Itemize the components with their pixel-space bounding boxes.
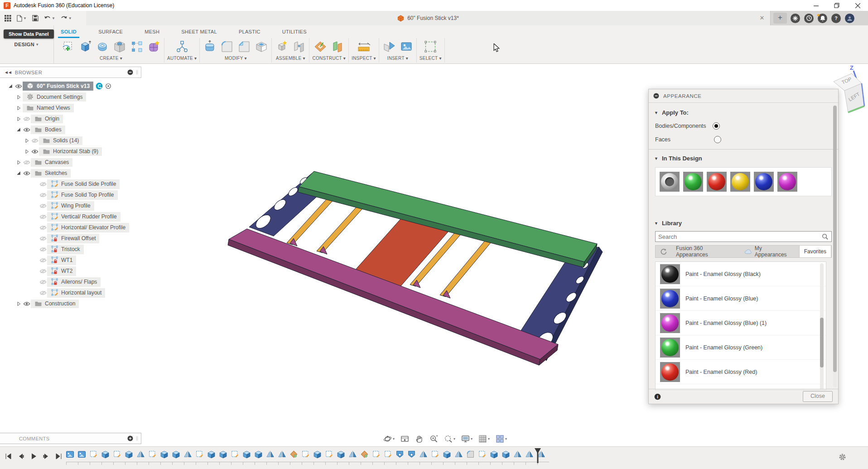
timeline-feature-mirror-icon[interactable]: [514, 450, 521, 458]
timeline-feature-mirror-icon[interactable]: [526, 450, 533, 458]
ribbon-group-label[interactable]: SELECT ▾: [420, 56, 442, 61]
timeline-step-back-button[interactable]: [16, 452, 25, 461]
timeline-feature-combine-icon[interactable]: [290, 450, 298, 458]
ribbon-group-label[interactable]: AUTOMATE ▾: [167, 56, 197, 61]
document-tab[interactable]: 60" Fusion Stick v13* ✕: [86, 11, 771, 25]
tree-row-origin[interactable]: Origin: [0, 113, 141, 124]
ribbon-tab-mesh[interactable]: MESH: [142, 28, 162, 38]
collapsed-arrow-icon[interactable]: [14, 95, 23, 100]
timeline-feature-mirror-icon[interactable]: [137, 450, 145, 458]
redo-icon[interactable]: ▼: [59, 14, 74, 22]
measure-icon[interactable]: [357, 39, 371, 54]
zoom-icon[interactable]: [428, 434, 439, 444]
ribbon-group-label[interactable]: MODIFY ▾: [225, 56, 247, 61]
ribbon-tab-utilities[interactable]: UTILITIES: [280, 28, 309, 38]
timeline-feature-sketch-icon[interactable]: [90, 450, 97, 458]
design-swatch-blue[interactable]: [754, 172, 774, 192]
pan-icon[interactable]: [414, 434, 425, 444]
visibility-eye-off-icon[interactable]: [39, 280, 47, 285]
form-icon[interactable]: [147, 39, 161, 54]
help-icon[interactable]: ?: [831, 14, 841, 23]
timeline-feature-hole-icon[interactable]: [396, 450, 404, 458]
tree-row-firewall-offset[interactable]: Firewall Offset: [0, 233, 141, 244]
timeline-feature-extrude-icon[interactable]: [160, 450, 168, 458]
visibility-eye-off-icon[interactable]: [39, 236, 47, 241]
appearance-dialog-header[interactable]: APPEARANCE: [649, 89, 838, 103]
create-sketch-icon[interactable]: [61, 39, 75, 54]
library-tab-my-appearances[interactable]: My Appearances: [740, 246, 799, 257]
visibility-eye-off-icon[interactable]: [39, 182, 47, 187]
visibility-eye-icon[interactable]: [23, 171, 31, 176]
library-item[interactable]: Paint - Enamel Glossy (Blue) (1): [656, 311, 826, 335]
close-button[interactable]: Close: [803, 391, 833, 402]
timeline-feature-mirror-icon[interactable]: [184, 450, 192, 458]
radio-faces[interactable]: [714, 136, 721, 143]
configure-icon[interactable]: [175, 39, 189, 54]
timeline-feature-sketch-icon[interactable]: [325, 450, 333, 458]
collapsed-arrow-icon[interactable]: [14, 301, 23, 306]
timeline-feature-sketch-icon[interactable]: [113, 450, 121, 458]
timeline-play-button[interactable]: [29, 452, 38, 461]
tab-close-icon[interactable]: ✕: [758, 15, 766, 22]
comments-grip-icon[interactable]: [136, 435, 138, 441]
timeline-skip-end-button[interactable]: [54, 452, 63, 461]
expanded-arrow-icon[interactable]: [6, 84, 14, 88]
refresh-icon[interactable]: [656, 246, 671, 257]
hole-icon[interactable]: [112, 39, 127, 54]
tree-row-horizontal-elevator-profile[interactable]: Horizontal/ Elevator Profile: [0, 222, 141, 233]
timeline-feature-extrude-icon[interactable]: [101, 450, 109, 458]
timeline-feature-mirror-icon[interactable]: [266, 450, 274, 458]
construct-midplane-icon[interactable]: [330, 39, 345, 54]
data-panel-grid-icon[interactable]: [3, 14, 13, 23]
tree-row-wing-profile[interactable]: Wing Profile: [0, 200, 141, 211]
timeline-feature-mirror-icon[interactable]: [278, 450, 286, 458]
new-tab-button[interactable]: +: [773, 13, 787, 24]
browser-remove-icon[interactable]: [127, 69, 133, 75]
panel-scrollbar[interactable]: [833, 105, 837, 387]
timeline-feature-sketch-icon[interactable]: [231, 450, 239, 458]
timeline-skip-start-button[interactable]: [4, 452, 13, 461]
visibility-eye-off-icon[interactable]: [39, 247, 47, 252]
timeline-feature-extrude-icon[interactable]: [313, 450, 321, 458]
ribbon-group-label[interactable]: INSPECT ▾: [352, 56, 376, 61]
visibility-eye-icon[interactable]: [23, 127, 31, 132]
visibility-eye-off-icon[interactable]: [39, 193, 47, 198]
timeline-feature-mirror-icon[interactable]: [349, 450, 357, 458]
minimize-button[interactable]: [805, 0, 826, 11]
tree-row-vertical-rudder-profile[interactable]: Vertical/ Rudder Profile: [0, 211, 141, 222]
revolve-icon[interactable]: [95, 39, 110, 54]
timeline-feature-extrude-icon[interactable]: [219, 450, 227, 458]
display-settings-icon[interactable]: ▾: [460, 434, 474, 444]
ribbon-tab-sheet-metal[interactable]: SHEET METAL: [178, 28, 220, 38]
look-at-icon[interactable]: [399, 434, 410, 444]
info-icon[interactable]: i: [654, 393, 661, 400]
library-section-header[interactable]: ▼ Library: [654, 220, 838, 227]
library-item[interactable]: Paint - Enamel Glossy (Blue): [656, 286, 826, 311]
timeline-feature-hole-icon[interactable]: [408, 450, 415, 458]
close-window-button[interactable]: [847, 0, 868, 11]
library-list-scrollbar[interactable]: [820, 263, 824, 391]
radio-bodies-components[interactable]: [713, 122, 720, 130]
press-pull-icon[interactable]: [203, 39, 217, 54]
orbit-icon[interactable]: ▾: [382, 434, 396, 444]
timeline-feature-sketch-icon[interactable]: [149, 450, 156, 458]
ribbon-tab-surface[interactable]: SURFACE: [96, 28, 125, 38]
visibility-eye-icon[interactable]: [14, 84, 23, 89]
shell-icon[interactable]: [254, 39, 269, 54]
insert-mesh-icon[interactable]: [382, 39, 396, 54]
c-badge-icon[interactable]: C: [96, 82, 103, 90]
apply-to-option-bodies[interactable]: Bodies/Components: [655, 122, 838, 130]
library-tab-fusion-360-appearances[interactable]: Fusion 360 Appearances: [671, 246, 740, 257]
joint-icon[interactable]: [292, 39, 306, 54]
visibility-eye-off-icon[interactable]: [23, 160, 31, 165]
design-swatch-chrome[interactable]: [660, 172, 680, 192]
pattern-icon[interactable]: [130, 39, 144, 54]
expanded-arrow-icon[interactable]: [14, 171, 23, 175]
user-avatar[interactable]: [845, 14, 854, 23]
target-icon[interactable]: [105, 83, 111, 89]
timeline-feature-extrude-icon[interactable]: [243, 450, 251, 458]
library-item[interactable]: Paint - Enamel Glossy (Green): [656, 335, 826, 360]
timeline-feature-extrude-icon[interactable]: [490, 450, 498, 458]
timeline-feature-sketch-icon[interactable]: [372, 450, 380, 458]
tree-row-ailerons-flaps[interactable]: Ailerons/ Flaps: [0, 276, 141, 287]
